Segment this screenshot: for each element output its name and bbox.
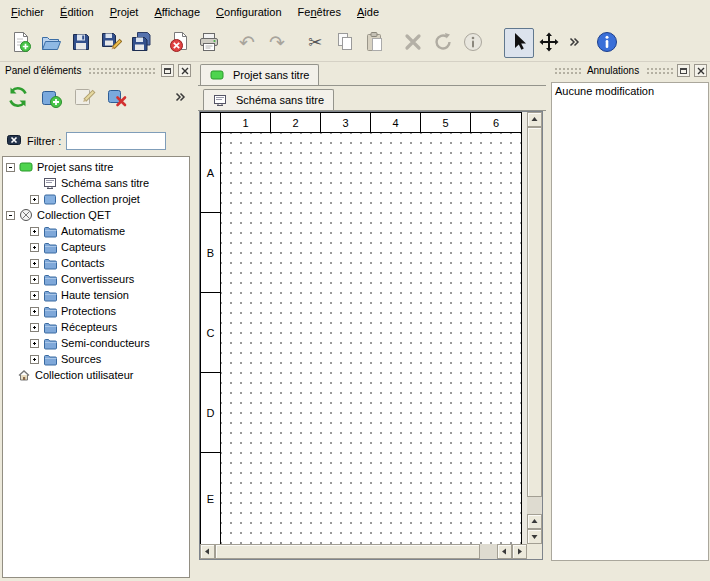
scroll-up-button[interactable] [527,514,542,529]
expand-icon[interactable] [30,195,39,204]
tree-item-haute-tension[interactable]: Haute tension [3,287,189,303]
expand-icon[interactable] [30,291,39,300]
expand-icon[interactable] [30,275,39,284]
vertical-scrollbar[interactable] [527,112,542,544]
elements-tree: Projet sans titre Schéma sans titre Coll… [2,156,190,578]
collapse-icon[interactable] [6,211,15,220]
expand-icon[interactable] [30,227,39,236]
reload-collections-button[interactable] [5,85,31,111]
diagram-canvas[interactable]: 1 2 3 4 5 6 A B C D E [200,112,527,544]
row-header: E [201,453,221,544]
clear-filter-icon[interactable] [6,132,22,150]
tree-item-capteurs[interactable]: Capteurs [3,239,189,255]
expand-icon[interactable] [30,339,39,348]
horizontal-scrollbar[interactable] [200,544,527,559]
expand-icon[interactable] [30,323,39,332]
dock-grip[interactable] [87,66,157,75]
menu-fichier[interactable]: Fichier [3,2,52,22]
expand-icon[interactable] [30,355,39,364]
scroll-left-button[interactable] [497,544,512,559]
tree-item-schema-sans-titre[interactable]: Schéma sans titre [3,175,189,191]
delete-button[interactable] [398,28,428,58]
elements-panel: Panel d'éléments Filtrer : Projet sans t… [0,62,194,581]
tree-item-collection-qet[interactable]: Collection QET [3,207,189,223]
info-button[interactable] [458,28,488,58]
menu-projet[interactable]: Projet [102,2,147,22]
menu-aide[interactable]: Aide [349,2,387,22]
tree-item-contacts[interactable]: Contacts [3,255,189,271]
panel-overflow-button[interactable] [174,91,186,105]
collapse-icon[interactable] [6,163,15,172]
scroll-right-button[interactable] [512,544,527,559]
tree-item-collection-projet[interactable]: Collection projet [3,191,189,207]
pan-move-icon [538,31,560,55]
undo-icon: ↶ [239,33,255,52]
dotted-grid[interactable] [221,133,521,544]
undo-history-list: Aucune modification [551,82,709,561]
undo-button[interactable]: ↶ [232,28,262,58]
scroll-down-button[interactable] [527,529,542,544]
dock-close-button[interactable] [178,64,191,77]
delete-element-button[interactable] [104,85,130,111]
dock-grip[interactable] [645,66,673,75]
tree-item-recepteurs[interactable]: Récepteurs [3,319,189,335]
menu-affichage[interactable]: Affichage [146,2,208,22]
save-all-icon [130,31,152,55]
filter-input[interactable] [66,132,166,150]
menu-edition[interactable]: Édition [52,2,102,22]
close-file-button[interactable] [164,28,194,58]
folder-icon [43,240,57,254]
tree-item-projet-sans-titre[interactable]: Projet sans titre [3,159,189,175]
tab-projet-sans-titre[interactable]: Projet sans titre [200,64,319,85]
expand-icon[interactable] [30,307,39,316]
vertical-scroll-thumb[interactable] [527,127,542,497]
open-button[interactable] [36,28,66,58]
scroll-up-button[interactable] [527,112,542,127]
tab-schema-sans-titre[interactable]: Schéma sans titre [203,89,334,110]
tree-item-convertisseurs[interactable]: Convertisseurs [3,271,189,287]
elements-panel-title: Panel d'éléments [3,65,83,76]
redo-icon: ↷ [269,33,285,52]
paste-button[interactable] [360,28,390,58]
dock-float-button[interactable] [161,64,174,77]
row-header: D [201,373,221,453]
new-element-button[interactable] [38,85,64,111]
folder-icon [43,304,57,318]
undo-panel-header: Annulations [550,62,710,79]
pan-tool-button[interactable] [534,28,564,58]
dock-float-button[interactable] [677,64,690,77]
dock-grip[interactable] [553,66,581,75]
new-button[interactable] [6,28,36,58]
tree-item-sources[interactable]: Sources [3,351,189,367]
redo-button[interactable]: ↷ [262,28,292,58]
column-header: 1 [221,113,271,133]
toolbar-overflow-button[interactable] [564,28,584,58]
project-tab-bar: Projet sans titre [198,62,546,86]
tree-item-protections[interactable]: Protections [3,303,189,319]
selection-tool-button[interactable] [504,28,534,58]
save-as-button[interactable] [96,28,126,58]
expand-icon[interactable] [30,259,39,268]
tree-item-collection-utilisateur[interactable]: Collection utilisateur [3,367,189,383]
close-file-icon [168,31,190,55]
folder-icon [43,352,57,366]
rotate-button[interactable] [428,28,458,58]
horizontal-scroll-thumb[interactable] [215,544,480,559]
save-all-button[interactable] [126,28,156,58]
row-header: B [201,213,221,293]
dock-close-button[interactable] [694,64,707,77]
undo-history-item[interactable]: Aucune modification [552,83,708,99]
print-button[interactable] [194,28,224,58]
copy-button[interactable] [330,28,360,58]
save-button[interactable] [66,28,96,58]
folder-icon [43,320,57,334]
tree-item-automatisme[interactable]: Automatisme [3,223,189,239]
tree-item-semi-conducteurs[interactable]: Semi-conducteurs [3,335,189,351]
menu-fenetres[interactable]: Fenêtres [290,2,349,22]
edit-element-button[interactable] [71,85,97,111]
about-button[interactable] [592,28,622,58]
expand-icon[interactable] [30,243,39,252]
cut-button[interactable]: ✂ [300,28,330,58]
scroll-left-button[interactable] [200,544,215,559]
menu-configuration[interactable]: Configuration [208,2,289,22]
